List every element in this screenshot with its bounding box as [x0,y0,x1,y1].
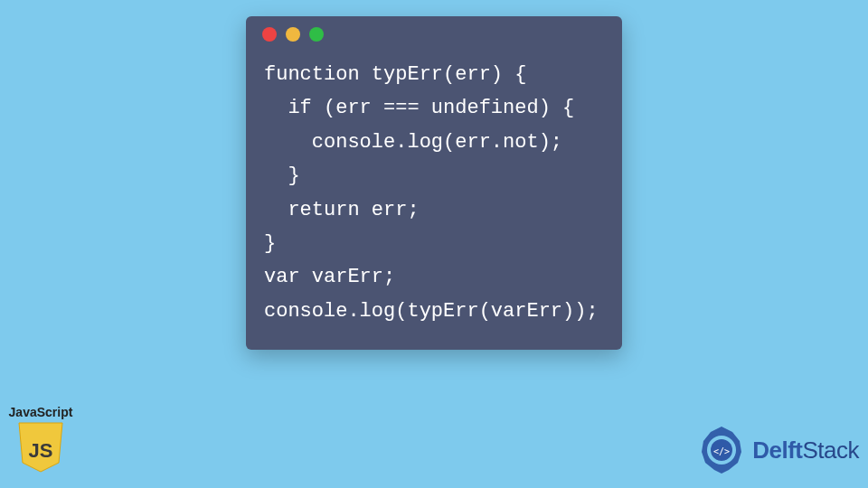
svg-text:</>: </> [713,446,730,456]
javascript-shield-text: JS [29,439,53,462]
javascript-label: JavaScript [7,405,74,419]
close-dot-icon [262,27,277,42]
brand-logo: </> DelftStack [696,425,859,475]
brand-name: DelftStack [752,436,859,465]
minimize-dot-icon [286,27,300,42]
code-block: function typErr(err) { if (err === undef… [246,52,622,333]
code-window: function typErr(err) { if (err === undef… [246,16,622,350]
maximize-dot-icon [309,27,324,42]
window-titlebar [246,16,622,52]
javascript-badge: JavaScript JS [7,405,74,477]
delftstack-emblem-icon: </> [696,425,747,475]
javascript-shield-icon: JS [17,421,64,474]
